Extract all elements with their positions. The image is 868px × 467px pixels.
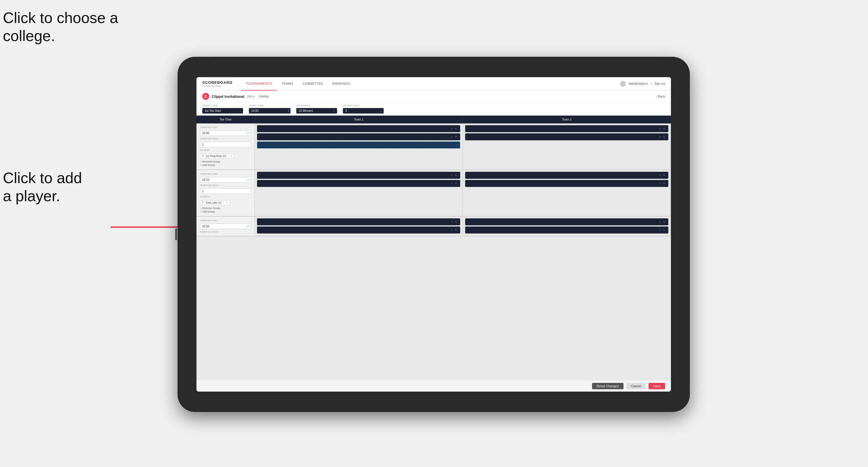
nav-committee[interactable]: COMMITTEE [298, 77, 328, 91]
course-tag-wrap-1: 🏳 (A) Peachtree GC × ✎ [200, 153, 251, 158]
course-edit-2[interactable]: ✎ [226, 201, 228, 204]
action-links-1: ○ Remove Group + Add Group [200, 160, 251, 166]
player-row-2-1[interactable]: × ✎ [465, 125, 668, 132]
player-row-4-2[interactable]: × ✎ [465, 180, 668, 187]
player-edit-btn-6-2[interactable]: ✎ [662, 228, 666, 231]
player-row-1-2[interactable]: × ✎ [257, 133, 460, 140]
starting-hole-label-1: STARTING HOLE: [200, 138, 251, 140]
sign-out-link[interactable]: Sign out [654, 82, 665, 85]
start-time-group: Start Time ℹ [249, 104, 290, 114]
starting-hole-select-wrap-1: 1 10 [200, 142, 251, 147]
top-nav: SCOREBOARD Powered by clippd TOURNAMENTS… [196, 77, 671, 91]
nav-tournaments[interactable]: TOURNAMENTS [241, 77, 277, 91]
player-x-btn-3-1[interactable]: × [451, 174, 453, 177]
player-edit-btn-2-1[interactable]: ✎ [662, 127, 666, 130]
course-label-1: COURSE: [200, 149, 251, 151]
player-x-btn-4-1[interactable]: × [659, 174, 661, 177]
clock-icon-2: 🕐 [247, 179, 249, 181]
starting-time-input-3[interactable] [200, 224, 251, 229]
starting-hole-label-2: STARTING HOLE: [200, 184, 251, 186]
sign-out-divider: | [651, 82, 652, 85]
player-row-6-2[interactable]: × ✎ [465, 226, 668, 234]
player-edit-btn-1-1[interactable]: ✎ [454, 127, 458, 130]
player-row-6-1[interactable]: × ✎ [465, 218, 668, 225]
team1-col-1: × ✎ × ✎ + [255, 123, 463, 169]
player-edit-btn-2-2[interactable]: ✎ [662, 135, 666, 138]
add-group-link-1[interactable]: + Add Group [200, 164, 251, 166]
course-tag-2: 🏳 East Lake GC × ✎ [200, 200, 230, 205]
group-size-group: Group Size 3 2 4 [343, 104, 384, 114]
player-x-btn-1-1[interactable]: × [451, 127, 453, 130]
cancel-button[interactable]: Cancel [626, 383, 646, 389]
starting-hole-select-1[interactable]: 1 10 [200, 142, 251, 147]
footer-bar: Reset Changes Cancel Save [196, 380, 671, 392]
player-row-3-2[interactable]: × ✎ [257, 180, 460, 187]
starting-hole-select-2[interactable]: 1 10 [200, 188, 251, 194]
player-x-btn-6-2[interactable]: × [659, 228, 661, 231]
flag-icon-2: 🏳 [202, 201, 205, 204]
team2-col-1: × ✎ × ✎ [463, 123, 671, 169]
nav-teams[interactable]: TEAMS [277, 77, 298, 91]
player-x-btn-2-2[interactable]: × [659, 135, 661, 138]
player-row-1-1[interactable]: × ✎ [257, 125, 460, 132]
course-name-2: East Lake GC [206, 201, 222, 204]
starting-time-input-wrap-2: 🕐 [200, 177, 251, 183]
reset-changes-button[interactable]: Reset Changes [592, 383, 623, 389]
starting-hole-select-wrap-2: 1 10 [200, 188, 251, 194]
player-row-3-1[interactable]: × ✎ [257, 172, 460, 179]
logo-title: SCOREBOARD [202, 80, 232, 85]
player-row-1-3[interactable]: + [257, 142, 460, 149]
action-links-2: ○ Remove Group + Add Group [200, 207, 251, 213]
player-row-5-1[interactable]: × ✎ [257, 218, 460, 225]
tee-group-3: STARTING TIME: 🕐 STARTING HOLE: × ✎ × ✎ [196, 217, 671, 237]
start-type-group: Start Type 1st Tee Start Shotgun Start [202, 104, 243, 114]
player-x-btn-6-1[interactable]: × [659, 220, 661, 223]
player-edit-btn-3-2[interactable]: ✎ [454, 182, 458, 185]
player-x-btn-3-2[interactable]: × [451, 182, 453, 185]
course-remove-1[interactable]: × [228, 155, 229, 157]
starting-time-input-2[interactable] [200, 177, 251, 183]
remove-icon-2: ○ [200, 207, 202, 210]
starting-time-input-1[interactable] [200, 130, 251, 136]
remove-group-link-1[interactable]: ○ Remove Group [200, 160, 251, 163]
course-tag-1: 🏳 (A) Peachtree GC × ✎ [200, 154, 234, 158]
player-edit-btn-4-2[interactable]: ✎ [662, 182, 666, 185]
group-size-label: Group Size [343, 104, 384, 107]
tournament-title: Clippd Invitational [212, 94, 245, 99]
back-button[interactable]: ‹ Back [656, 95, 665, 98]
group-size-select[interactable]: 3 2 4 [343, 108, 384, 114]
controls-row: Start Type 1st Tee Start Shotgun Start S… [196, 102, 671, 116]
course-remove-2[interactable]: × [223, 201, 225, 204]
course-edit-1[interactable]: ✎ [230, 155, 232, 157]
player-x-btn-2-1[interactable]: × [659, 127, 661, 130]
player-edit-btn-5-1[interactable]: ✎ [454, 220, 458, 223]
add-group-link-2[interactable]: + Add Group [200, 210, 251, 213]
player-row-5-2[interactable]: × ✎ [257, 226, 460, 234]
annotation-add-player: Click to add a player. [3, 169, 82, 205]
tablet-frame: SCOREBOARD Powered by clippd TOURNAMENTS… [178, 57, 690, 412]
save-button[interactable]: Save [649, 383, 665, 389]
player-x-btn-5-2[interactable]: × [451, 228, 453, 231]
remove-icon-1: ○ [200, 160, 202, 163]
player-row-4-1[interactable]: × ✎ [465, 172, 668, 179]
player-edit-btn-4-1[interactable]: ✎ [662, 174, 666, 177]
th-team1: Team 1 [255, 116, 463, 123]
start-type-select[interactable]: 1st Tee Start Shotgun Start [202, 108, 243, 114]
player-edit-btn-3-1[interactable]: ✎ [454, 174, 458, 177]
player-row-2-2[interactable]: × ✎ [465, 133, 668, 140]
player-x-btn-4-2[interactable]: × [659, 182, 661, 185]
tournament-gender: (Men) [247, 95, 255, 98]
start-type-select-wrap: 1st Tee Start Shotgun Start [202, 108, 243, 114]
player-edit-btn-5-2[interactable]: ✎ [454, 228, 458, 231]
start-time-input[interactable] [249, 108, 290, 114]
player-x-btn-1-2[interactable]: × [451, 135, 453, 138]
player-x-btn-5-1[interactable]: × [451, 220, 453, 223]
intervals-select[interactable]: 10 Minutes 8 Minutes 12 Minutes [296, 108, 337, 114]
player-add-btn-1-3[interactable]: + [455, 144, 458, 147]
player-edit-btn-6-1[interactable]: ✎ [662, 220, 666, 223]
remove-group-link-2[interactable]: ○ Remove Group [200, 207, 251, 210]
course-label-2: COURSE: [200, 196, 251, 198]
nav-rankings[interactable]: RANKINGS [328, 77, 355, 91]
team2-col-2: × ✎ × ✎ [463, 170, 671, 216]
player-edit-btn-1-2[interactable]: ✎ [454, 135, 458, 138]
